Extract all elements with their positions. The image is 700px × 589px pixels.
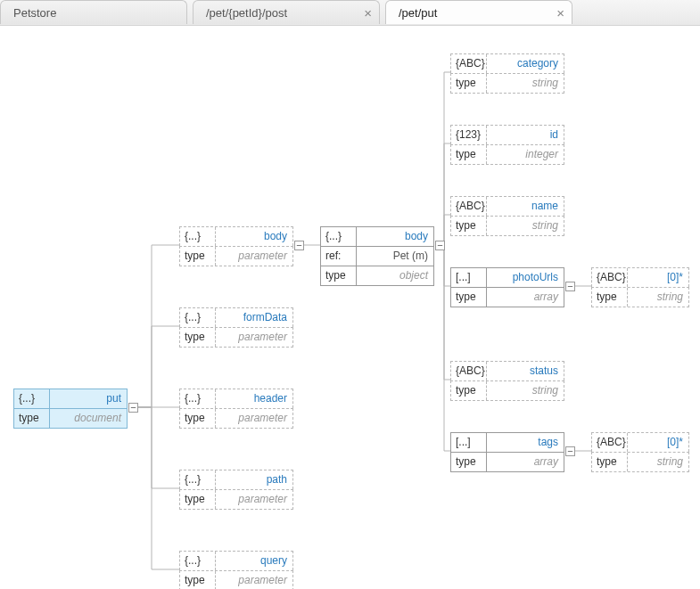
collapse-toggle[interactable]: − [565,282,575,291]
node-path[interactable]: {...}pathtypeparameter [179,470,293,510]
node-title: name [487,197,564,216]
type-label: type [180,571,216,589]
type-value: parameter [216,490,292,509]
type-label: type [451,453,487,471]
type-value: array [487,453,564,471]
type-value: parameter [216,328,292,347]
node-title: header [216,389,292,408]
node-title: photoUrls [487,268,564,287]
type-value: document [50,409,127,428]
close-icon[interactable]: × [364,1,372,25]
node-photo0[interactable]: {ABC}[0]*typestring [591,267,689,307]
type-label: type [592,288,628,307]
type-label: type [180,490,216,509]
collapse-toggle[interactable]: − [128,403,138,413]
type-icon: {...} [180,227,216,246]
tab-0[interactable]: Petstore [0,0,187,24]
node-title: body [357,227,433,246]
type-icon: {...} [14,389,50,408]
type-icon: {ABC} [451,197,487,216]
tab-label: /pet/{petId}/post [206,6,287,20]
collapse-toggle[interactable]: − [435,241,445,250]
node-status[interactable]: {ABC}statustypestring [450,361,564,401]
type-icon: {...} [180,308,216,327]
collapse-toggle[interactable]: − [294,241,304,250]
tab-1[interactable]: /pet/{petId}/post× [193,0,380,24]
type-value: integer [487,145,564,164]
node-bodyObj[interactable]: {...}bodyref:Pet (m)typeobject [320,226,434,286]
connection-lines [0,26,700,589]
tab-bar: Petstore/pet/{petId}/post×/pet/put× [0,0,700,26]
type-icon: {ABC} [592,433,628,452]
node-query[interactable]: {...}querytypeparameter [179,551,293,589]
type-value: array [487,288,564,307]
type-icon: {...} [180,470,216,489]
node-formData[interactable]: {...}formDatatypeparameter [179,307,293,348]
type-icon: {...} [180,552,216,570]
type-value: string [628,288,688,307]
type-label: type [451,381,487,400]
type-icon: [...] [451,433,487,452]
close-icon[interactable]: × [556,1,564,25]
tab-label: Petstore [13,6,56,20]
node-title: path [216,470,292,489]
node-name[interactable]: {ABC}nametypestring [450,196,564,236]
type-value: parameter [216,247,292,266]
type-icon: {...} [321,227,357,246]
tab-2[interactable]: /pet/put× [385,0,572,24]
node-title: category [487,54,564,73]
collapse-toggle[interactable]: − [565,446,575,456]
node-body[interactable]: {...}bodytypeparameter [179,226,293,266]
type-value: parameter [216,571,292,589]
type-icon: {ABC} [451,54,487,73]
node-title: body [216,227,292,246]
ref-label: ref: [321,247,357,266]
node-category[interactable]: {ABC}categorytypestring [450,53,564,94]
diagram-canvas: {...}puttypedocument{...}bodytypeparamet… [0,26,700,589]
type-icon: {ABC} [592,268,628,287]
type-icon: [...] [451,268,487,287]
node-title: id [487,126,564,144]
tab-label: /pet/put [399,6,437,20]
ref-value: Pet (m) [357,247,433,266]
type-value: string [628,453,688,471]
type-label: type [451,145,487,164]
type-value: string [487,74,564,93]
type-value: parameter [216,409,292,428]
node-title: tags [487,433,564,452]
type-icon: {...} [180,389,216,408]
type-icon: {123} [451,126,487,144]
node-title: put [50,389,127,408]
type-label: type [180,328,216,347]
node-id[interactable]: {123}idtypeinteger [450,125,564,165]
type-value: object [357,266,433,285]
node-title: [0]* [628,433,688,452]
node-tags0[interactable]: {ABC}[0]*typestring [591,432,689,472]
node-photoUrls[interactable]: [...]photoUrlstypearray [450,267,564,307]
node-root[interactable]: {...}puttypedocument [13,389,128,429]
type-label: type [592,453,628,471]
type-label: type [321,266,357,285]
type-label: type [451,217,487,235]
node-title: [0]* [628,268,688,287]
type-icon: {ABC} [451,362,487,380]
type-value: string [487,381,564,400]
node-title: query [216,552,292,570]
type-value: string [487,217,564,235]
type-label: type [451,74,487,93]
type-label: type [451,288,487,307]
type-label: type [180,409,216,428]
node-tags[interactable]: [...]tagstypearray [450,432,564,472]
node-title: status [487,362,564,380]
node-title: formData [216,308,292,327]
type-label: type [180,247,216,266]
node-header[interactable]: {...}headertypeparameter [179,389,293,429]
type-label: type [14,409,50,428]
